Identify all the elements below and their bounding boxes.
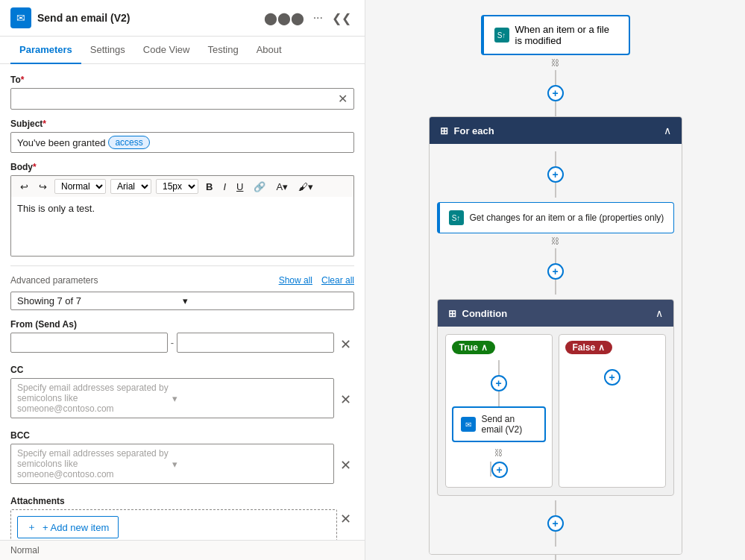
subject-token[interactable]: access (108, 136, 149, 149)
advanced-section: Advanced parameters Show all Clear all S… (10, 265, 354, 540)
ellipsis-icon: ··· (313, 11, 323, 25)
body-content[interactable]: This is only a test. (10, 197, 354, 257)
clear-all-button[interactable]: Clear all (321, 275, 354, 286)
italic-button[interactable]: I (220, 180, 229, 194)
true-branch-header: True ∧ (452, 341, 546, 354)
cc-remove-button[interactable]: ✕ (337, 390, 354, 409)
false-branch-header: False ∧ (565, 341, 659, 354)
advanced-header: Advanced parameters Show all Clear all (10, 275, 354, 286)
cc-chevron-icon: ▾ (172, 393, 327, 404)
outlook-app-icon: ✉ (10, 7, 31, 28)
for-each-body: + S↑ Get changes for an item or a file (… (430, 144, 682, 554)
condition-container: ⊞ Condition ∧ True ∧ (437, 299, 674, 496)
header-actions: ⬤⬤⬤ ··· ❮❮ (261, 8, 354, 28)
line-fe-1 (555, 151, 556, 166)
to-input[interactable] (11, 89, 332, 108)
connector-1: + (547, 70, 564, 116)
collapse-panel-button[interactable]: ❮❮ (329, 8, 354, 28)
tab-bar: Parameters Settings Code View Testing Ab… (0, 37, 365, 64)
bcc-remove-button[interactable]: ✕ (337, 456, 354, 475)
body-label: Body* (10, 162, 354, 172)
underline-button[interactable]: U (233, 180, 246, 194)
line-2 (555, 101, 556, 116)
line-true-1 (498, 360, 500, 375)
chevron-left-icon: ❮❮ (332, 11, 351, 25)
tab-testing[interactable]: Testing (198, 37, 247, 64)
true-branch-content: + (452, 360, 546, 406)
format-select[interactable]: Normal (54, 179, 106, 194)
panel-title: Send an email (V2) (37, 12, 255, 24)
from-input-email[interactable] (177, 333, 334, 353)
to-field-group: To* ✕ (10, 75, 354, 110)
condition-collapse-button[interactable]: ∧ (656, 307, 663, 319)
connector-after-get-changes: + (437, 248, 674, 295)
cc-placeholder: Specify email addresses separated by sem… (17, 383, 172, 414)
to-label: To* (10, 75, 354, 85)
tab-code-view[interactable]: Code View (134, 37, 199, 64)
redo-button[interactable]: ↪ (36, 180, 50, 194)
for-each-collapse-button[interactable]: ∧ (664, 125, 671, 136)
add-step-gc-button[interactable]: + (547, 263, 564, 280)
true-badge: True ∧ (452, 341, 495, 354)
get-changes-label: Get changes for an item or a file (prope… (470, 213, 664, 223)
to-clear-button[interactable]: ✕ (332, 89, 353, 109)
add-item-button[interactable]: ＋ + Add new item (17, 516, 119, 538)
sharepoint-trigger-icon: S↑ (494, 28, 509, 43)
attachments-row: ＋ + Add new item ⧉ ✕ (10, 509, 354, 540)
trigger-block[interactable]: S↑ When an item or a file is modified (481, 15, 630, 55)
attachments-remove-button[interactable]: ✕ (337, 509, 354, 529)
from-fields: - (10, 333, 334, 353)
true-branch: True ∧ + ✉ Send an emai (445, 334, 553, 488)
add-step-1-button[interactable]: + (547, 85, 564, 101)
link-button[interactable]: 🔗 (251, 180, 268, 194)
subject-field-group: Subject* You've been granted access (10, 119, 354, 153)
bold-button[interactable]: B (203, 180, 216, 194)
more-menu-button[interactable]: ··· (310, 8, 326, 28)
condition-header: ⊞ Condition ∧ (438, 300, 673, 327)
left-panel: ✉ Send an email (V2) ⬤⬤⬤ ··· ❮❮ Paramete… (0, 0, 365, 560)
condition-branches: True ∧ + ✉ Send an emai (438, 327, 673, 495)
subject-field[interactable]: You've been granted access (10, 132, 354, 153)
showing-select[interactable]: Showing 7 of 7 ▾ (10, 292, 354, 310)
from-label: From (Send As) (10, 319, 354, 330)
more-options-button[interactable]: ⬤⬤⬤ (261, 8, 307, 28)
show-all-button[interactable]: Show all (279, 275, 312, 286)
from-input-name[interactable] (10, 333, 168, 353)
false-branch-content: + (565, 360, 659, 394)
status-text: Normal (10, 545, 40, 556)
cc-field-group: CC Specify email addresses separated by … (10, 365, 354, 421)
add-step-cond-button[interactable]: + (547, 515, 564, 532)
false-chevron-icon: ∧ (598, 342, 605, 353)
send-email-block[interactable]: ✉ Send an email (V2) (452, 406, 546, 442)
bcc-field-group: BCC Specify email addresses separated by… (10, 430, 354, 487)
status-bar: Normal (0, 540, 365, 560)
highlight-button[interactable]: 🖌▾ (295, 180, 316, 194)
for-each-header: ⊞ For each ∧ (430, 117, 682, 144)
tab-about[interactable]: About (248, 37, 291, 64)
connector-final: + (547, 555, 564, 560)
tab-parameters[interactable]: Parameters (10, 37, 81, 64)
font-color-button[interactable]: A▾ (273, 180, 291, 194)
from-remove-button[interactable]: ✕ (337, 335, 354, 354)
link-icon-trigger: ⛓ (551, 55, 559, 70)
from-field-group: From (Send As) - ✕ (10, 319, 354, 356)
add-step-true-button[interactable]: + (491, 375, 507, 391)
add-step-false-button[interactable]: + (604, 369, 620, 386)
advanced-label: Advanced parameters (10, 275, 98, 286)
tab-settings[interactable]: Settings (81, 37, 134, 64)
font-select[interactable]: Arial (110, 179, 151, 194)
undo-button[interactable]: ↩ (17, 180, 31, 194)
line-final-1 (555, 555, 556, 560)
form-area: To* ✕ Subject* You've been granted acces… (0, 64, 365, 540)
attachments-content: ＋ + Add new item ⧉ (10, 509, 337, 540)
false-badge: False ∧ (565, 341, 613, 354)
add-step-true-end-button[interactable]: + (491, 462, 508, 478)
connector-after-condition: + (437, 500, 674, 547)
add-step-fe-button[interactable]: + (547, 166, 564, 183)
body-field-group: Body* ↩ ↪ Normal Arial 15px B I U 🔗 A▾ (10, 162, 354, 257)
cc-dropdown[interactable]: Specify email addresses separated by sem… (10, 378, 334, 418)
get-changes-block[interactable]: S↑ Get changes for an item or a file (pr… (437, 202, 674, 233)
right-panel: S↑ When an item or a file is modified ⛓ … (365, 0, 745, 560)
bcc-dropdown[interactable]: Specify email addresses separated by sem… (10, 444, 334, 484)
size-select[interactable]: 15px (156, 179, 198, 194)
